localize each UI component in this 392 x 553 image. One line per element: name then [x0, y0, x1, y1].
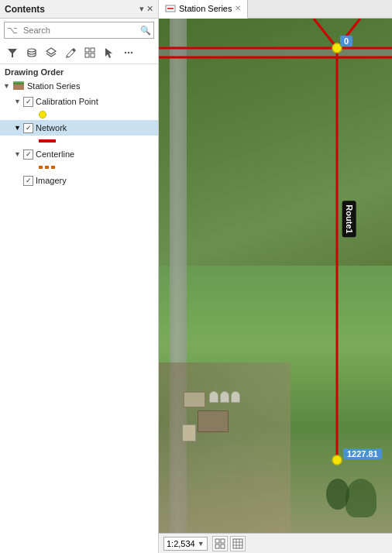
route-label: Route1 — [342, 201, 356, 237]
select-tool-btn[interactable] — [101, 44, 118, 61]
panel-float-icon[interactable]: ✕ — [146, 4, 153, 14]
svg-rect-6 — [91, 53, 95, 57]
svg-point-9 — [131, 52, 132, 53]
layer-item-network[interactable]: ▼ Network — [0, 120, 158, 136]
svg-rect-21 — [215, 539, 219, 543]
layer-item-imagery[interactable]: ▶ Imagery — [0, 173, 158, 188]
layer-name-calibration-point: Calibration Point — [36, 97, 98, 106]
svg-rect-22 — [221, 539, 225, 543]
layer-tree: ▼ Station Series ▼ Calibration Point ▼ N… — [0, 78, 158, 553]
zoom-btn[interactable] — [230, 536, 246, 551]
panel-header-controls: ▾ ✕ — [139, 4, 153, 14]
svg-rect-25 — [233, 539, 242, 548]
search-button[interactable]: 🔍 — [138, 22, 153, 38]
panel-title: Contents — [5, 4, 45, 15]
layer-item-centerline[interactable]: ▼ Centerline — [0, 146, 158, 162]
svg-marker-2 — [46, 48, 56, 54]
scale-dropdown-icon[interactable]: ▼ — [198, 540, 205, 548]
svg-point-7 — [125, 52, 126, 53]
search-input[interactable] — [20, 26, 138, 35]
farm-area — [159, 362, 291, 533]
svg-rect-11 — [13, 81, 24, 84]
svg-point-1 — [28, 49, 36, 52]
symbol-centerline — [0, 162, 158, 173]
contents-panel: Contents ▾ ✕ ⌥ 🔍 — [0, 0, 159, 553]
grid-btn[interactable] — [212, 536, 228, 551]
svg-marker-0 — [8, 49, 17, 57]
map-tab-bar: Station Series ✕ — [159, 0, 392, 19]
tree-2 — [326, 479, 349, 510]
toolbar-row — [0, 42, 158, 64]
svg-rect-23 — [215, 544, 219, 548]
layer-name-imagery: Imagery — [36, 176, 67, 185]
checkbox-network[interactable] — [23, 123, 33, 133]
point-label-bottom: 1227.81 — [343, 448, 382, 459]
checkbox-imagery[interactable] — [23, 176, 33, 186]
checkbox-calibration-point[interactable] — [23, 97, 33, 107]
scale-value: 1:2,534 — [167, 539, 195, 548]
filter-icon: ⌥ — [5, 25, 20, 36]
map-canvas[interactable]: 0 Route1 1227.81 — [159, 19, 392, 533]
bottom-tool-strip — [212, 536, 246, 551]
field-top — [159, 19, 392, 286]
silo-3 — [231, 391, 240, 403]
symbol-network — [0, 136, 158, 146]
filter-tool-btn[interactable] — [4, 44, 21, 61]
symbol-calibration-point — [0, 109, 158, 120]
pencil-tool-btn[interactable] — [62, 44, 79, 61]
svg-rect-24 — [221, 544, 225, 548]
svg-rect-4 — [91, 48, 95, 52]
layer-name-centerline: Centerline — [36, 149, 74, 159]
checkbox-centerline[interactable] — [23, 149, 33, 160]
layer-name-station-series: Station Series — [27, 81, 80, 91]
svg-rect-3 — [85, 48, 89, 52]
more-tool-btn[interactable] — [120, 44, 137, 61]
search-bar: ⌥ 🔍 — [4, 22, 154, 39]
database-tool-btn[interactable] — [23, 44, 40, 61]
layer-item-calibration-point[interactable]: ▼ Calibration Point — [0, 94, 158, 109]
road-horizontal — [159, 46, 392, 57]
grid-tool-btn[interactable] — [81, 44, 98, 61]
panel-header: Contents ▾ ✕ — [0, 0, 158, 19]
panel-pin-icon[interactable]: ▾ — [139, 4, 144, 14]
point-label-top: 0 — [340, 36, 352, 46]
svg-point-8 — [128, 52, 129, 53]
map-tab-icon — [165, 4, 176, 13]
svg-rect-5 — [85, 53, 89, 57]
scale-selector[interactable]: 1:2,534 ▼ — [163, 537, 208, 551]
expand-arrow-calibration[interactable]: ▼ — [14, 98, 23, 105]
expand-arrow-centerline[interactable]: ▼ — [14, 150, 23, 158]
grid-icon — [215, 538, 225, 549]
dashed-line-symbol — [39, 166, 56, 169]
layers-tool-btn[interactable] — [43, 44, 60, 61]
layer-name-network: Network — [36, 123, 67, 132]
map-tab-station-series[interactable]: Station Series ✕ — [159, 0, 248, 19]
map-area: Station Series ✕ — [159, 0, 392, 553]
silo-1 — [209, 391, 218, 403]
expand-arrow-network[interactable]: ▼ — [14, 124, 23, 132]
map-tab-label: Station Series — [179, 4, 232, 13]
farm-building-secondary — [184, 392, 205, 407]
map-tab-close-btn[interactable]: ✕ — [235, 4, 241, 12]
line-symbol-red — [39, 139, 56, 143]
silo-2 — [220, 391, 229, 403]
farm-building-main — [198, 410, 229, 432]
zoom-icon — [232, 538, 243, 549]
layer-type-icon — [12, 80, 25, 92]
drawing-order-label: Drawing Order — [0, 64, 158, 78]
map-bottom-bar: 1:2,534 ▼ — [159, 533, 392, 553]
expand-arrow-station-series[interactable]: ▼ — [3, 82, 12, 90]
farm-building-barn — [182, 424, 196, 441]
tree-1 — [346, 479, 377, 517]
circle-symbol — [39, 111, 46, 118]
layer-item-station-series[interactable]: ▼ Station Series — [0, 78, 158, 94]
